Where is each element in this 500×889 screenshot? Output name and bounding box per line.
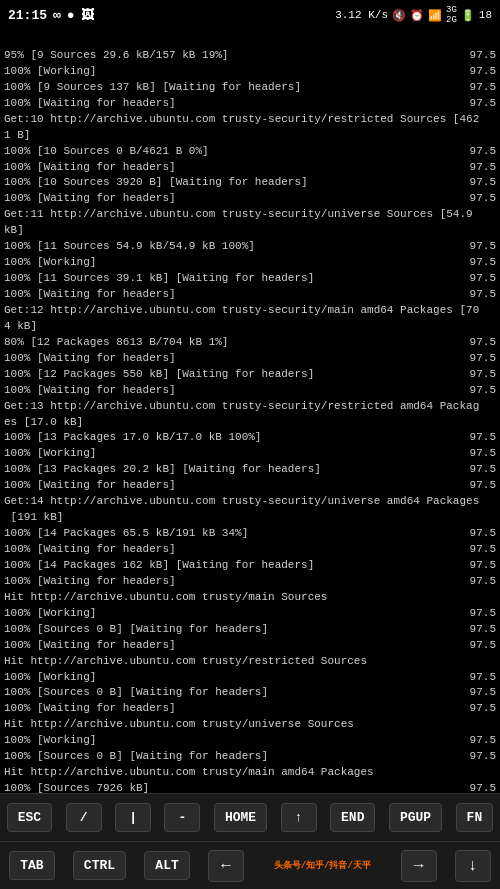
line-progress: 97.5 (466, 271, 496, 287)
line-progress: 97.5 (466, 96, 496, 112)
status-right: 3.12 K/s 🔇 ⏰ 📶 3G2G 🔋 18 (335, 5, 492, 25)
kb-key-fn[interactable]: FN (456, 803, 494, 832)
kb-key-esc[interactable]: ESC (7, 803, 52, 832)
alarm-icon: ⏰ (410, 9, 424, 22)
kb-key-pgup[interactable]: PGUP (389, 803, 442, 832)
network-type: 3G2G (446, 5, 457, 25)
kb-key-6[interactable]: ↓ (455, 850, 491, 882)
line-text: 100% [Working] (4, 670, 466, 686)
line-text: Get:13 http://archive.ubuntu.com trusty-… (4, 399, 496, 415)
line-text: 100% [14 Packages 65.5 kB/191 kB 34%] (4, 526, 466, 542)
terminal-line: 100% [12 Packages 550 kB] [Waiting for h… (4, 367, 496, 383)
line-progress: 97.5 (466, 430, 496, 446)
line-text: 100% [Sources 7926 kB] (4, 781, 466, 793)
terminal-line: 100% [Sources 0 B] [Waiting for headers]… (4, 622, 496, 638)
terminal-line: 100% [Working]97.5 (4, 670, 496, 686)
kb-key--[interactable]: / (66, 803, 102, 832)
terminal-line: 100% [Waiting for headers]97.5 (4, 638, 496, 654)
line-progress: 97.5 (466, 749, 496, 765)
terminal-line: Hit http://archive.ubuntu.com trusty/uni… (4, 717, 496, 733)
kb-key-home[interactable]: HOME (214, 803, 267, 832)
kb-key--[interactable]: - (164, 803, 200, 832)
line-progress: 97.5 (466, 287, 496, 303)
line-text: 100% [Sources 0 B] [Waiting for headers] (4, 749, 466, 765)
line-progress: 97.5 (466, 191, 496, 207)
kb-key-5[interactable]: → (401, 850, 437, 882)
line-progress: 97.5 (466, 64, 496, 80)
terminal-line: Get:10 http://archive.ubuntu.com trusty-… (4, 112, 496, 128)
line-progress: 97.5 (466, 558, 496, 574)
line-progress: 97.5 (466, 175, 496, 191)
terminal-line: 100% [13 Packages 20.2 kB] [Waiting for … (4, 462, 496, 478)
line-text: 100% [Waiting for headers] (4, 191, 466, 207)
line-progress: 97.5 (466, 446, 496, 462)
line-progress: 97.5 (466, 526, 496, 542)
line-progress: 97.5 (466, 542, 496, 558)
kb-key--[interactable]: ↑ (281, 803, 317, 832)
kb-key-2[interactable]: ALT (144, 851, 189, 880)
line-text: 4 kB] (4, 319, 496, 335)
line-progress: 97.5 (466, 48, 496, 64)
terminal-line: 100% [Waiting for headers]97.5 (4, 574, 496, 590)
line-text: 100% [Waiting for headers] (4, 701, 466, 717)
line-progress: 97.5 (466, 685, 496, 701)
terminal-line: 100% [14 Packages 162 kB] [Waiting for h… (4, 558, 496, 574)
line-text: 100% [Working] (4, 733, 466, 749)
terminal-line: 95% [9 Sources 29.6 kB/157 kB 19%]97.5 (4, 48, 496, 64)
kb-key-3[interactable]: ← (208, 850, 244, 882)
line-progress: 97.5 (466, 160, 496, 176)
line-progress: 97.5 (466, 733, 496, 749)
image-icon: 🖼 (81, 8, 94, 23)
terminal-line: 100% [13 Packages 17.0 kB/17.0 kB 100%]9… (4, 430, 496, 446)
line-text: 100% [Sources 0 B] [Waiting for headers] (4, 622, 466, 638)
line-text: 100% [Waiting for headers] (4, 287, 466, 303)
line-progress: 97.5 (466, 80, 496, 96)
line-text: es [17.0 kB] (4, 415, 496, 431)
terminal-line: Hit http://archive.ubuntu.com trusty/res… (4, 654, 496, 670)
terminal-line: 100% [Waiting for headers]97.5 (4, 542, 496, 558)
line-progress: 97.5 (466, 622, 496, 638)
line-text: 100% [13 Packages 17.0 kB/17.0 kB 100%] (4, 430, 466, 446)
terminal-line: 100% [Working]97.5 (4, 446, 496, 462)
line-progress: 97.5 (466, 383, 496, 399)
line-text: Hit http://archive.ubuntu.com trusty/uni… (4, 717, 496, 733)
line-text: 100% [Waiting for headers] (4, 638, 466, 654)
line-text: 100% [Working] (4, 606, 466, 622)
terminal-line: Hit http://archive.ubuntu.com trusty/mai… (4, 765, 496, 781)
line-text: 100% [12 Packages 550 kB] [Waiting for h… (4, 367, 466, 383)
line-text: 100% [11 Sources 54.9 kB/54.9 kB 100%] (4, 239, 466, 255)
terminal-line: 1 B] (4, 128, 496, 144)
status-bar: 21:15 ∞ ● 🖼 3.12 K/s 🔇 ⏰ 📶 3G2G 🔋 18 (0, 0, 500, 30)
terminal-line: 100% [Sources 0 B] [Waiting for headers]… (4, 685, 496, 701)
terminal-line: Get:11 http://archive.ubuntu.com trusty-… (4, 207, 496, 223)
kb-key-0[interactable]: TAB (9, 851, 54, 880)
line-text: 100% [14 Packages 162 kB] [Waiting for h… (4, 558, 466, 574)
terminal-line: 100% [14 Packages 65.5 kB/191 kB 34%]97.… (4, 526, 496, 542)
terminal-line: Get:13 http://archive.ubuntu.com trusty-… (4, 399, 496, 415)
terminal-line: 100% [Waiting for headers]97.5 (4, 160, 496, 176)
line-text: 95% [9 Sources 29.6 kB/157 kB 19%] (4, 48, 466, 64)
kb-key-end[interactable]: END (330, 803, 375, 832)
kb-key--[interactable]: | (115, 803, 151, 832)
terminal-line: es [17.0 kB] (4, 415, 496, 431)
kb-key-1[interactable]: CTRL (73, 851, 126, 880)
terminal-line: kB] (4, 223, 496, 239)
status-left: 21:15 ∞ ● 🖼 (8, 8, 94, 23)
time-display: 21:15 (8, 8, 47, 23)
line-text: 100% [Waiting for headers] (4, 383, 466, 399)
line-text: 100% [Sources 0 B] [Waiting for headers] (4, 685, 466, 701)
line-text: 100% [Working] (4, 64, 466, 80)
terminal-output[interactable]: 95% [9 Sources 29.6 kB/157 kB 19%]97.510… (0, 30, 500, 793)
line-text: 80% [12 Packages 8613 B/704 kB 1%] (4, 335, 466, 351)
terminal-line: [191 kB] (4, 510, 496, 526)
line-text: 1 B] (4, 128, 496, 144)
terminal-line: 100% [9 Sources 137 kB] [Waiting for hea… (4, 80, 496, 96)
keyboard-row2: TABCTRLALT←头条号/知乎/抖音/天平→↓ (0, 841, 500, 889)
terminal-line: Hit http://archive.ubuntu.com trusty/mai… (4, 590, 496, 606)
line-progress: 97.5 (466, 574, 496, 590)
chat-icon: ● (67, 8, 75, 23)
terminal-line: Get:12 http://archive.ubuntu.com trusty-… (4, 303, 496, 319)
line-progress: 97.5 (466, 367, 496, 383)
line-progress: 97.5 (466, 255, 496, 271)
terminal-line: 100% [Working]97.5 (4, 733, 496, 749)
